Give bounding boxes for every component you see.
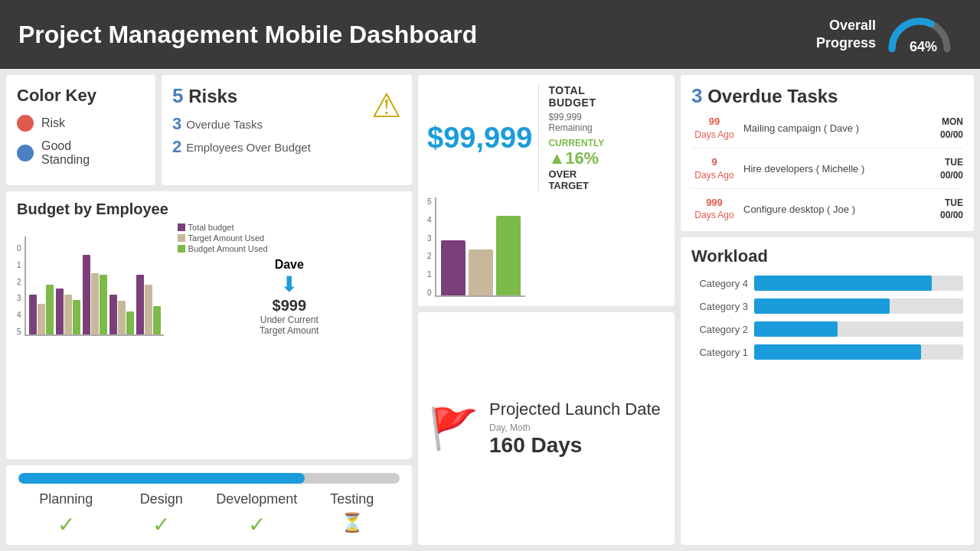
stage-testing-label: Testing: [305, 491, 400, 507]
task-row-1: 99Days Ago Mailing campaign ( Dave ) MON…: [691, 116, 963, 148]
bar-group-2: [56, 289, 80, 334]
design-check-icon: ✓: [114, 512, 210, 537]
overall-progress-label: OverallProgress: [816, 17, 876, 53]
good-label: GoodStanding: [41, 139, 90, 167]
legend: Total budget Target Amount Used Budget A…: [178, 223, 401, 253]
bar-tan-1: [38, 304, 45, 334]
gauge-value: 64%: [910, 39, 937, 55]
workload-card: Workload Category 4 Category 3 Category …: [681, 237, 974, 545]
stage-planning: Planning ✓: [18, 491, 114, 537]
risks-count: 5: [172, 84, 183, 107]
stage-design: Design ✓: [114, 491, 210, 537]
color-key-card: Color Key Risk GoodStanding: [6, 75, 155, 185]
page-title: Project Management Mobile Dashboard: [18, 21, 477, 49]
good-key-item: GoodStanding: [17, 139, 145, 167]
testing-hourglass-icon: ⏳: [305, 512, 400, 533]
progress-bar-fill: [18, 473, 305, 484]
risks-title: 5 Risks: [172, 84, 401, 108]
task-2-date: TUE00/00: [940, 156, 963, 182]
total-budget-label: TOTALBUDGET: [548, 84, 604, 109]
workload-cat2-bar: [754, 321, 963, 337]
legend-dot-tan: [178, 234, 185, 242]
mini-bar-green: [496, 216, 521, 295]
bar-group-1: [29, 285, 54, 334]
bar-tan-4: [118, 301, 126, 334]
dave-section: Dave ⬇ $999 Under CurrentTarget Amount: [178, 258, 401, 336]
legend-budget-label: Budget Amount Used: [188, 244, 268, 253]
y-labels: 5 4 3 2 1 0: [17, 244, 23, 336]
task-3-desc: Configure desktop ( Joe ): [743, 204, 934, 215]
overdue-tasks-title: 3 Overdue Tasks: [691, 84, 963, 108]
workload-cat4-fill: [754, 276, 932, 291]
top-row: Color Key Risk GoodStanding 5 Risks 3: [6, 75, 412, 185]
legend-dot-purple: [178, 223, 185, 231]
budget-stats-card: $99,999 TOTALBUDGET $99,999Remaining CUR…: [418, 75, 675, 306]
warning-icon: ⚠: [371, 86, 401, 125]
task-row-3: 999Days Ago Configure desktop ( Joe ) TU…: [691, 197, 963, 223]
budget-big-amount: $99,999: [427, 122, 532, 155]
bar-chart: [24, 236, 164, 336]
workload-cat3: Category 3: [691, 298, 963, 314]
flag-icon: 🚩: [429, 406, 479, 452]
bar-green-3: [100, 275, 107, 334]
middle-column: $99,999 TOTALBUDGET $99,999Remaining CUR…: [418, 75, 675, 545]
total-budget-value: $99,999: [427, 122, 532, 154]
stages-row: Planning ✓ Design ✓ Development ✓ Testin…: [18, 491, 400, 537]
overdue-label: Overdue Tasks: [186, 118, 263, 131]
stage-planning-label: Planning: [18, 491, 114, 507]
progress-bar: [18, 473, 400, 484]
task-2-days: 9Days Ago: [691, 156, 737, 182]
bar-purple-2: [56, 289, 64, 334]
budget-content: 5 4 3 2 1 0: [17, 223, 401, 336]
currently-label: CURRENTLY: [548, 138, 604, 148]
header: Project Management Mobile Dashboard Over…: [0, 0, 980, 69]
remaining-label: $99,999Remaining: [548, 112, 604, 133]
task-1-days: 99Days Ago: [691, 116, 737, 142]
legend-dot-green: [178, 245, 185, 253]
task-3-date: TUE00/00: [940, 197, 963, 223]
color-key-title: Color Key: [17, 86, 145, 106]
workload-cat1-fill: [754, 344, 921, 360]
budget-right-section: TOTALBUDGET $99,999Remaining CURRENTLY ▲…: [538, 84, 604, 191]
workload-cat2: Category 2: [691, 321, 963, 337]
bar-group-4: [109, 295, 134, 334]
task-2-desc: Hire developers ( Michelle ): [743, 163, 934, 174]
workload-cat4-label: Category 4: [691, 278, 748, 289]
bar-purple-1: [29, 295, 37, 334]
bar-tan-2: [64, 295, 72, 334]
mini-bar-chart: [435, 197, 525, 297]
mini-y-labels: 0 1 2 3 4 5: [427, 197, 433, 297]
launch-date-sub: Day, Moth: [489, 422, 661, 433]
legend-total: Total budget: [178, 223, 401, 232]
bar-green-5: [153, 306, 161, 334]
risk-dot: [17, 115, 34, 132]
bar-tan-3: [91, 273, 99, 334]
budget-chart-area: 5 4 3 2 1 0: [17, 223, 164, 336]
right-column: 3 Overdue Tasks 99Days Ago Mailing campa…: [681, 75, 974, 545]
dave-sub: Under CurrentTarget Amount: [178, 315, 401, 336]
budget-by-employee-card: Budget by Employee 5 4 3 2 1 0: [6, 191, 412, 459]
stage-design-label: Design: [114, 491, 210, 507]
bar-green-1: [46, 285, 54, 334]
legend-area: Total budget Target Amount Used Budget A…: [170, 223, 401, 336]
task-3-days: 999Days Ago: [691, 197, 737, 223]
workload-cat1: Category 1: [691, 344, 963, 360]
projected-launch-title: Projected Launch Date: [489, 399, 661, 419]
progress-stages-card: Planning ✓ Design ✓ Development ✓ Testin…: [6, 465, 412, 545]
overdue-row: 3 Overdue Tasks: [172, 114, 401, 134]
overall-progress-container: OverallProgress 64%: [816, 12, 962, 57]
dave-name: Dave: [178, 258, 401, 272]
legend-target-label: Target Amount Used: [188, 233, 265, 243]
workload-cat4-bar: [754, 276, 963, 291]
workload-cat1-label: Category 1: [691, 347, 748, 358]
risk-label: Risk: [41, 116, 65, 130]
overdue-tasks-card: 3 Overdue Tasks 99Days Ago Mailing campa…: [681, 75, 974, 231]
legend-target: Target Amount Used: [178, 233, 401, 243]
task-row-2: 9Days Ago Hire developers ( Michelle ) T…: [691, 156, 963, 189]
pct-label: ▲16%: [548, 148, 604, 168]
task-1-desc: Mailing campaign ( Dave ): [743, 122, 934, 134]
task-1-date: MON00/00: [940, 116, 963, 142]
workload-cat3-fill: [754, 298, 890, 314]
workload-cat1-bar: [754, 344, 963, 360]
legend-total-label: Total budget: [188, 223, 234, 232]
